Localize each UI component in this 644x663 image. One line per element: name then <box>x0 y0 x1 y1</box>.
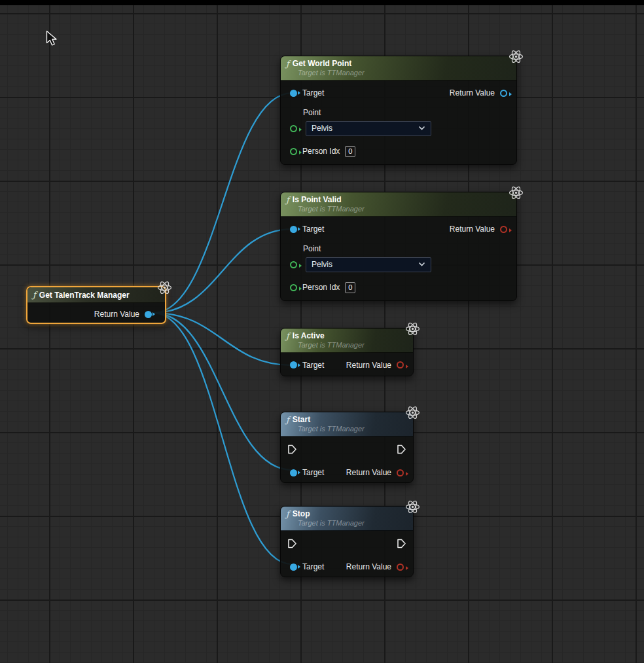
node-stop[interactable]: ƒ Stop Target is TTManager Target Return… <box>280 506 414 577</box>
node-is-active[interactable]: ƒ Is Active Target is TTManager Target R… <box>280 328 414 376</box>
node-header: ƒ Is Active Target is TTManager <box>281 329 413 353</box>
node-subtitle: Target is TTManager <box>298 341 408 349</box>
point-dropdown[interactable]: Pelvis <box>306 121 431 136</box>
point-pin-icon[interactable] <box>290 125 297 132</box>
atom-icon <box>509 185 524 200</box>
pin-return-value-output[interactable]: Return Value <box>450 224 507 234</box>
function-icon: ƒ <box>286 196 289 204</box>
pin-target-input[interactable]: Target <box>290 468 324 477</box>
atom-icon <box>405 405 420 420</box>
object-pin-icon[interactable] <box>290 564 297 571</box>
mouse-cursor <box>46 30 58 47</box>
connection-wire[interactable] <box>153 313 292 365</box>
node-title: Stop <box>293 509 310 519</box>
bool-pin-icon[interactable] <box>397 564 404 571</box>
pin-label: Target <box>302 224 324 234</box>
node-header: ƒ Get World Point Target is TTManager <box>281 56 516 81</box>
dropdown-value: Pelvis <box>312 124 332 133</box>
pin-label: Target <box>302 468 324 477</box>
person-idx-input[interactable]: 0 <box>345 146 355 157</box>
object-pin-icon[interactable] <box>290 226 297 233</box>
pin-label: Return Value <box>346 361 391 370</box>
node-header: ƒ Get TalenTrack Manager <box>27 287 165 303</box>
object-pin-icon[interactable] <box>290 361 297 368</box>
node-title: Start <box>293 414 310 425</box>
object-pin-icon[interactable] <box>290 90 297 97</box>
exec-in-pin[interactable] <box>287 539 297 548</box>
person-idx-pin-icon[interactable] <box>290 148 297 155</box>
pin-target-input[interactable]: Target <box>290 361 324 370</box>
function-icon: ƒ <box>286 510 289 518</box>
object-pin-icon[interactable] <box>500 90 507 97</box>
pin-label: Target <box>302 361 324 370</box>
pin-label: Return Value <box>450 224 495 234</box>
pin-return-value-output[interactable]: Return Value <box>346 468 404 477</box>
node-header: ƒ Stop Target is TTManager <box>281 507 413 531</box>
node-get-talentrack-manager[interactable]: ƒ Get TalenTrack Manager Return Value <box>26 286 166 324</box>
pin-return-value-output[interactable]: Return Value <box>346 361 404 370</box>
node-title: Is Active <box>293 331 325 341</box>
atom-icon <box>157 280 172 295</box>
pin-label: Target <box>302 88 324 98</box>
person-idx-pin-icon[interactable] <box>290 284 297 291</box>
connection-wire[interactable] <box>153 93 292 313</box>
pin-target-input[interactable]: Target <box>290 224 324 234</box>
connection-wire[interactable] <box>153 313 292 564</box>
point-pin-label: Point <box>303 244 321 253</box>
pin-label: Return Value <box>346 468 391 477</box>
chevron-down-icon <box>418 262 425 267</box>
node-title: Get World Point <box>293 58 351 69</box>
person-idx-input[interactable]: 0 <box>345 282 355 293</box>
pin-label: Return Value <box>450 88 495 98</box>
chevron-down-icon <box>418 126 425 131</box>
bool-pin-icon[interactable] <box>397 469 404 476</box>
node-title: Get TalenTrack Manager <box>39 290 130 300</box>
pin-target-input[interactable]: Target <box>290 562 324 571</box>
atom-icon <box>509 49 524 64</box>
atom-icon <box>405 499 420 514</box>
pin-return-value-output[interactable]: Return Value <box>346 562 404 571</box>
node-subtitle: Target is TTManager <box>298 69 511 77</box>
object-pin-icon[interactable] <box>145 311 152 318</box>
node-header: ƒ Start Target is TTManager <box>281 412 413 437</box>
node-subtitle: Target is TTManager <box>298 519 408 528</box>
node-subtitle: Target is TTManager <box>298 425 408 433</box>
viewport-top-edge <box>0 0 644 5</box>
exec-out-pin[interactable] <box>397 444 406 454</box>
node-header: ƒ Is Point Valid Target is TTManager <box>281 192 516 217</box>
node-subtitle: Target is TTManager <box>298 205 511 213</box>
exec-in-pin[interactable] <box>287 444 297 454</box>
pin-target-input[interactable]: Target <box>290 88 324 98</box>
pin-label: Target <box>302 562 324 571</box>
pin-return-value-output[interactable]: Return Value <box>94 310 152 319</box>
function-icon: ƒ <box>286 60 289 68</box>
pin-label: Return Value <box>346 562 391 571</box>
dropdown-value: Pelvis <box>312 260 332 269</box>
object-pin-icon[interactable] <box>290 469 297 476</box>
node-start[interactable]: ƒ Start Target is TTManager Target Retur… <box>280 412 414 483</box>
point-dropdown[interactable]: Pelvis <box>306 257 431 272</box>
bool-pin-icon[interactable] <box>397 361 404 368</box>
exec-out-pin[interactable] <box>397 539 406 548</box>
pin-label: Person Idx <box>302 283 340 292</box>
node-title: Is Point Valid <box>293 194 342 205</box>
blueprint-canvas[interactable]: ƒ Get World Point Target is TTManager Ta… <box>0 0 644 663</box>
node-get-world-point[interactable]: ƒ Get World Point Target is TTManager Ta… <box>280 56 517 165</box>
function-icon: ƒ <box>33 291 36 299</box>
bool-pin-icon[interactable] <box>500 226 507 233</box>
function-icon: ƒ <box>286 416 289 424</box>
pin-label: Return Value <box>94 310 139 319</box>
point-pin-label: Point <box>303 108 321 117</box>
node-is-point-valid[interactable]: ƒ Is Point Valid Target is TTManager Tar… <box>280 192 517 301</box>
connection-wire[interactable] <box>153 313 292 470</box>
function-icon: ƒ <box>286 332 289 340</box>
connection-wire[interactable] <box>153 229 292 313</box>
atom-icon <box>405 321 420 336</box>
pin-label: Person Idx <box>302 147 340 156</box>
pin-return-value-output[interactable]: Return Value <box>450 88 507 98</box>
point-pin-icon[interactable] <box>290 261 297 268</box>
